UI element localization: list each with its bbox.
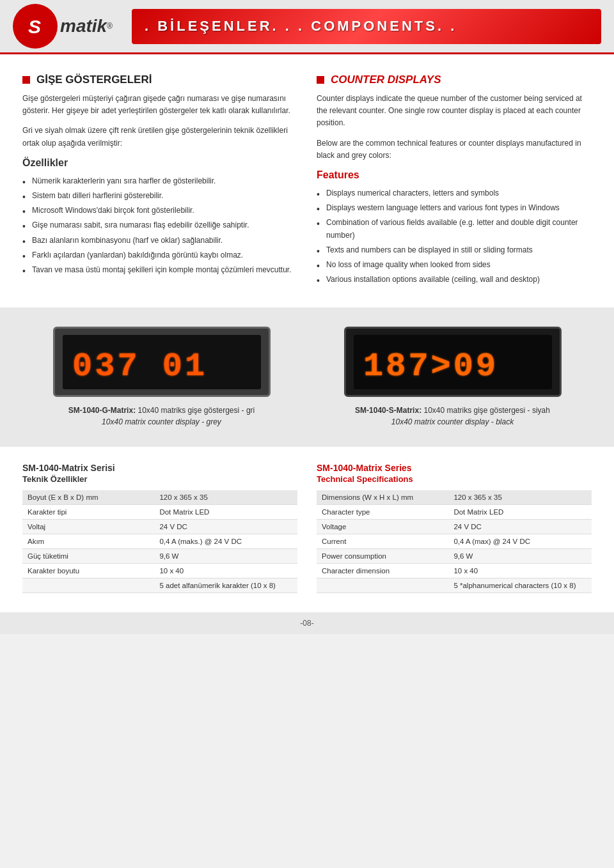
spec-value: 24 V DC bbox=[448, 520, 592, 534]
list-item: Farklı açılardan (yanlardan) bakıldığınd… bbox=[22, 249, 297, 261]
left-intro-p2: Gri ve siyah olmak üzere çift renk üreti… bbox=[22, 125, 297, 149]
right-column: COUNTER DISPLAYS Counter displays indica… bbox=[317, 74, 592, 288]
svg-text:187>09: 187>09 bbox=[363, 348, 498, 385]
right-features-title: Features bbox=[317, 169, 592, 181]
list-item: Gişe numarası sabit, sıra numarası flaş … bbox=[22, 219, 297, 231]
list-item: Nümerik karakterlerin yanı sıra harfler … bbox=[22, 175, 297, 187]
spec-label: Karakter tipi bbox=[22, 505, 154, 520]
spec-value: 10 x 40 bbox=[154, 564, 297, 578]
table-row: Character type Dot Matrix LED bbox=[317, 505, 592, 520]
left-features-title: Özellikler bbox=[22, 157, 297, 169]
table-row: Voltaj 24 V DC bbox=[22, 520, 297, 534]
table-row: 5 *alphanumerical characters (10 x 8) bbox=[317, 578, 592, 593]
page-number: -08- bbox=[300, 619, 313, 628]
display-image-grey: 037 01 bbox=[53, 327, 271, 397]
spec-label: Power consumption bbox=[317, 549, 448, 564]
spec-value: 24 V DC bbox=[154, 520, 297, 534]
spec-value: Dot Matrix LED bbox=[448, 505, 592, 520]
table-row: Karakter tipi Dot Matrix LED bbox=[22, 505, 297, 520]
specs-tr-series-title: SM-1040-Matrix Serisi bbox=[22, 463, 297, 473]
spec-label: Güç tüketimi bbox=[22, 549, 154, 564]
display-screen-grey: 037 01 bbox=[63, 335, 261, 389]
specs-section: SM-1040-Matrix Serisi Teknik Özellikler … bbox=[0, 447, 614, 612]
product-black: 187>09 SM-1040-S-Matrix: 10x40 matriks g… bbox=[313, 327, 592, 428]
specs-en-table: Dimensions (W x H x L) mm 120 x 365 x 35… bbox=[317, 490, 592, 593]
spec-label: Karakter boyutu bbox=[22, 564, 154, 578]
product-desc-en-black: 10x40 matrix counter display - black bbox=[391, 417, 514, 426]
spec-value: 120 x 365 x 35 bbox=[154, 490, 297, 505]
products-section: 037 01 SM-1040-G-Matrix: 10x40 matriks g… bbox=[0, 307, 614, 447]
display-image-black: 187>09 bbox=[344, 327, 562, 397]
specs-tr-col: SM-1040-Matrix Serisi Teknik Özellikler … bbox=[22, 463, 297, 593]
display-screen-black: 187>09 bbox=[354, 335, 552, 389]
left-column: GİŞE GÖSTERGELERİ Gişe göstergeleri müşt… bbox=[22, 74, 297, 288]
right-features-list: Displays numerical characters, letters a… bbox=[317, 187, 592, 286]
spec-label: Voltaj bbox=[22, 520, 154, 534]
specs-en-series-title: SM-1040-Matrix Series bbox=[317, 463, 592, 473]
left-features-list: Nümerik karakterlerin yanı sıra harfler … bbox=[22, 175, 297, 276]
spec-value: 9,6 W bbox=[154, 549, 297, 564]
list-item: Bazı alanların kombinasyonu (harf ve okl… bbox=[22, 235, 297, 247]
spec-value: 0,4 A (max) @ 24 V DC bbox=[448, 534, 592, 549]
table-row: Voltage 24 V DC bbox=[317, 520, 592, 534]
header-title: . BİLEŞENLER. . . COMPONENTS. . bbox=[145, 18, 457, 35]
product-name-grey: SM-1040-G-Matrix: bbox=[68, 406, 136, 415]
table-row: Boyut (E x B x D) mm 120 x 365 x 35 bbox=[22, 490, 297, 505]
header-title-bar: . BİLEŞENLER. . . COMPONENTS. . bbox=[132, 9, 601, 44]
right-section-heading: COUNTER DISPLAYS bbox=[317, 74, 592, 86]
list-item: Combination of various fields available … bbox=[317, 217, 592, 241]
table-row: Current 0,4 A (max) @ 24 V DC bbox=[317, 534, 592, 549]
table-row: Akım 0,4 A (maks.) @ 24 V DC bbox=[22, 534, 297, 549]
spec-value: 120 x 365 x 35 bbox=[448, 490, 592, 505]
product-name-black: SM-1040-S-Matrix: bbox=[355, 406, 421, 415]
spec-value: Dot Matrix LED bbox=[154, 505, 297, 520]
spec-label: Dimensions (W x H x L) mm bbox=[317, 490, 448, 505]
table-row: Dimensions (W x H x L) mm 120 x 365 x 35 bbox=[317, 490, 592, 505]
list-item: Tavan ve masa üstü montaj şekilleri için… bbox=[22, 264, 297, 276]
specs-tr-series-subtitle: Teknik Özellikler bbox=[22, 474, 297, 484]
right-intro-p2: Below are the common technical features … bbox=[317, 137, 592, 162]
product-desc-tr-black: 10x40 matriks gişe göstergesi - siyah bbox=[423, 406, 549, 415]
specs-en-series-subtitle: Technical Specifications bbox=[317, 474, 592, 484]
spec-value: 10 x 40 bbox=[448, 564, 592, 578]
two-column-layout: GİŞE GÖSTERGELERİ Gişe göstergeleri müşt… bbox=[22, 74, 592, 288]
table-row: Power consumption 9,6 W bbox=[317, 549, 592, 564]
list-item: Microsoft Windows'daki birçok font göste… bbox=[22, 205, 297, 217]
list-item: Texts and numbers can be displayed in st… bbox=[317, 244, 592, 256]
spec-label: Boyut (E x B x D) mm bbox=[22, 490, 154, 505]
list-item: Displays western language letters and va… bbox=[317, 202, 592, 214]
table-row: Character dimension 10 x 40 bbox=[317, 564, 592, 578]
right-intro-p1: Counter displays indicate the queue numb… bbox=[317, 93, 592, 130]
main-content: GİŞE GÖSTERGELERİ Gişe göstergeleri müşt… bbox=[0, 54, 614, 307]
product-caption-black: SM-1040-S-Matrix: 10x40 matriks gişe gös… bbox=[355, 405, 550, 428]
spec-label bbox=[317, 578, 448, 593]
product-grey: 037 01 SM-1040-G-Matrix: 10x40 matriks g… bbox=[22, 327, 301, 428]
logo-registered: ® bbox=[107, 22, 113, 31]
list-item: Sistem batı dilleri harflerini gösterebi… bbox=[22, 190, 297, 202]
left-intro-p1: Gişe göstergeleri müşteriyi çağıran gişe… bbox=[22, 93, 297, 117]
header: S matik ® . BİLEŞENLER. . . COMPONENTS. … bbox=[0, 0, 614, 54]
right-section-title: COUNTER DISPLAYS bbox=[331, 74, 441, 86]
list-item: Various installation options available (… bbox=[317, 274, 592, 286]
list-item: No loss of image quality when looked fro… bbox=[317, 259, 592, 271]
table-row: Güç tüketimi 9,6 W bbox=[22, 549, 297, 564]
spec-value: 9,6 W bbox=[448, 549, 592, 564]
table-row: Karakter boyutu 10 x 40 bbox=[22, 564, 297, 578]
spec-value: 5 *alphanumerical characters (10 x 8) bbox=[448, 578, 592, 593]
left-section-heading: GİŞE GÖSTERGELERİ bbox=[22, 74, 297, 86]
logo-text: matik bbox=[60, 16, 107, 36]
logo-container: S matik ® bbox=[13, 4, 113, 49]
left-section-title: GİŞE GÖSTERGELERİ bbox=[36, 74, 152, 86]
product-caption-grey: SM-1040-G-Matrix: 10x40 matriks gişe gös… bbox=[68, 405, 255, 428]
specs-tr-table: Boyut (E x B x D) mm 120 x 365 x 35 Kara… bbox=[22, 490, 297, 593]
footer: -08- bbox=[0, 612, 614, 634]
table-row: 5 adet alfanümerik karakter (10 x 8) bbox=[22, 578, 297, 593]
svg-text:S: S bbox=[28, 16, 41, 37]
spec-label: Current bbox=[317, 534, 448, 549]
spec-label: Character type bbox=[317, 505, 448, 520]
spec-label: Character dimension bbox=[317, 564, 448, 578]
svg-text:037 01: 037 01 bbox=[72, 348, 207, 385]
spec-label: Voltage bbox=[317, 520, 448, 534]
logo-icon: S bbox=[13, 4, 58, 49]
specs-en-col: SM-1040-Matrix Series Technical Specific… bbox=[317, 463, 592, 593]
